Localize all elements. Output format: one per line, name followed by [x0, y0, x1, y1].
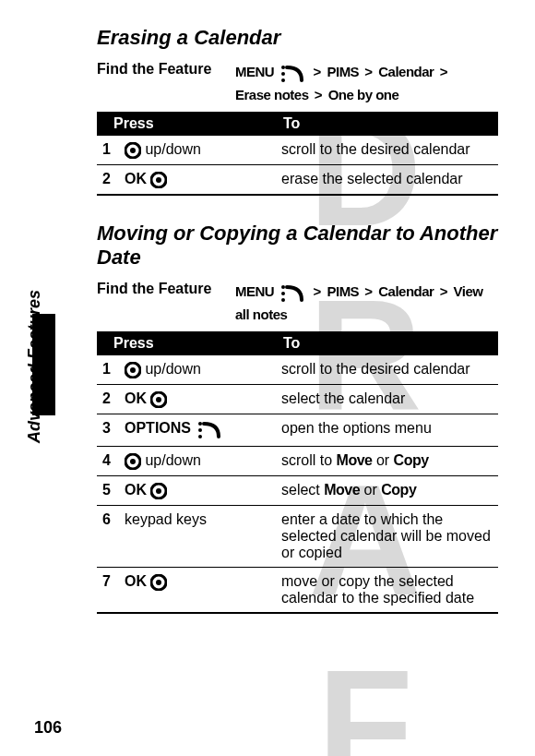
press-text: keypad keys — [125, 511, 207, 527]
steps-table-2: Press To 1 up/down scroll to the desired… — [97, 331, 498, 614]
svg-point-15 — [198, 428, 202, 432]
to-text: scroll to the desired calendar — [276, 136, 498, 165]
svg-point-18 — [130, 459, 136, 464]
svg-point-8 — [281, 292, 285, 295]
step-num: 1 — [97, 136, 119, 165]
svg-point-13 — [156, 397, 161, 402]
step-num: 1 — [97, 355, 119, 385]
table-row: 1 up/down scroll to the desired calendar — [97, 355, 498, 385]
center-key-icon — [150, 574, 167, 591]
step-num: 2 — [97, 165, 119, 196]
to-text: scroll to Move or Copy — [276, 447, 498, 476]
step-num: 3 — [97, 414, 119, 447]
to-text: open the options menu — [276, 414, 498, 447]
table-row: 5 OK select Move or Copy — [97, 476, 498, 506]
to-text: enter a date to which the selected calen… — [276, 506, 498, 568]
svg-point-7 — [281, 285, 285, 289]
col-press-2: Press — [97, 331, 276, 355]
svg-point-9 — [281, 298, 285, 302]
press-text: OK — [125, 573, 147, 589]
menu-path-2: MENU > PIMS > Calendar > View all notes — [235, 281, 498, 326]
find-the-feature-label-1: Find the Feature — [97, 61, 226, 78]
menu-label: MENU — [235, 64, 274, 79]
center-key-icon — [125, 453, 141, 470]
svg-point-2 — [281, 78, 285, 82]
step-num: 7 — [97, 568, 119, 614]
center-key-icon — [150, 172, 167, 188]
table-row: 2 OK select the calendar — [97, 385, 498, 414]
press-text: up/down — [145, 452, 201, 468]
svg-point-11 — [130, 367, 136, 373]
to-text: erase the selected calendar — [276, 165, 498, 196]
step-num: 4 — [97, 447, 119, 476]
svg-point-4 — [130, 148, 136, 153]
path-one-by-one: One by one — [328, 87, 399, 102]
path-pims: PIMS — [327, 283, 359, 299]
center-key-icon — [150, 483, 167, 499]
step-num: 5 — [97, 476, 119, 506]
center-key-icon — [150, 391, 167, 408]
svg-point-1 — [281, 72, 285, 76]
table-row: 7 OK move or copy the selected calendar … — [97, 568, 498, 614]
heading-erasing-calendar: Erasing a Calendar — [97, 26, 498, 50]
to-text: scroll to the desired calendar — [276, 355, 498, 385]
step-num: 2 — [97, 385, 119, 414]
table-row: 2 OK erase the selected calendar — [97, 165, 498, 196]
menu-key-icon — [279, 64, 305, 84]
svg-point-0 — [281, 66, 285, 69]
press-text: up/down — [145, 141, 201, 157]
path-erase-notes: Erase notes — [235, 87, 309, 102]
press-text: up/down — [145, 361, 201, 377]
to-text: select the calendar — [276, 385, 498, 414]
menu-label: MENU — [235, 283, 274, 299]
menu-key-icon — [196, 420, 222, 440]
center-key-icon — [125, 362, 141, 378]
center-key-icon — [125, 142, 141, 159]
step-num: 6 — [97, 506, 119, 568]
col-to-2: To — [276, 331, 498, 355]
svg-point-16 — [198, 435, 202, 438]
press-text: OPTIONS — [125, 420, 191, 436]
path-pims: PIMS — [327, 64, 359, 79]
menu-path-1: MENU > PIMS > Calendar > Erase notes > O… — [235, 61, 498, 106]
find-the-feature-label-2: Find the Feature — [97, 281, 226, 297]
table-row: 1 up/down scroll to the desired calendar — [97, 136, 498, 165]
to-text: move or copy the selected calendar to th… — [276, 568, 498, 614]
path-calendar: Calendar — [378, 64, 434, 79]
svg-point-20 — [156, 488, 161, 494]
press-text: OK — [125, 171, 147, 186]
col-press-1: Press — [97, 112, 276, 136]
menu-key-icon — [279, 283, 305, 304]
svg-point-6 — [156, 177, 161, 183]
table-row: 6 keypad keys enter a date to which the … — [97, 506, 498, 568]
path-calendar: Calendar — [378, 283, 434, 299]
to-text: select Move or Copy — [276, 476, 498, 506]
table-row: 3 OPTIONS open the options menu — [97, 414, 498, 447]
svg-point-22 — [156, 580, 161, 585]
heading-moving-copying: Moving or Copying a Calendar to Another … — [97, 222, 498, 270]
col-to-1: To — [276, 112, 498, 136]
press-text: OK — [125, 390, 147, 406]
steps-table-1: Press To 1 up/down scroll to the desired… — [97, 112, 498, 196]
table-row: 4 up/down scroll to Move or Copy — [97, 447, 498, 476]
svg-point-14 — [198, 422, 202, 426]
page-number: 106 — [34, 718, 62, 738]
press-text: OK — [125, 482, 147, 498]
